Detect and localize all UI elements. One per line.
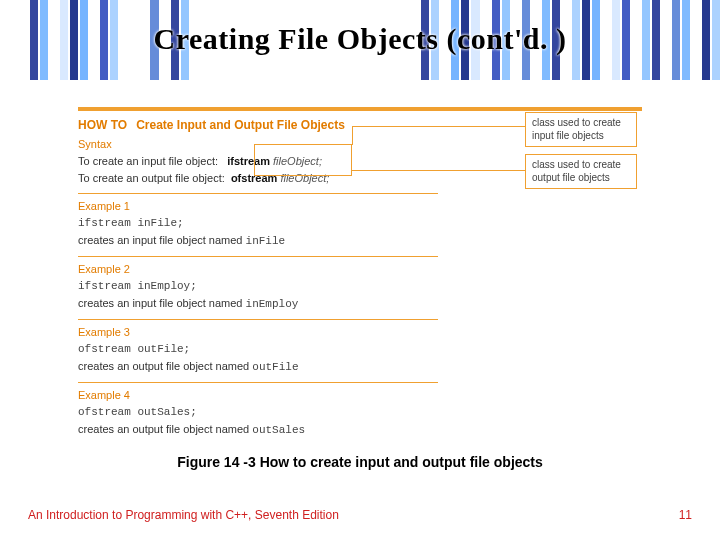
syntax-out-prefix: To create an output file object:	[78, 172, 225, 184]
example-description: creates an output file object named outS…	[78, 421, 642, 439]
example-desc-text: creates an output file object named	[78, 360, 252, 372]
keyword-highlight-box	[254, 144, 352, 176]
example-desc-text: creates an output file object named	[78, 423, 252, 435]
example-desc-object: outFile	[252, 361, 298, 373]
example-divider	[78, 319, 438, 320]
example-divider	[78, 256, 438, 257]
page-title: Creating File Objects (cont'd. )	[0, 22, 720, 56]
example-label: Example 1	[78, 198, 642, 215]
footer-page-number: 11	[679, 508, 692, 522]
leader-input-h	[352, 126, 525, 127]
howto-label: HOW TO	[78, 118, 127, 132]
example-code: ofstream outFile;	[78, 341, 642, 358]
example-label: Example 2	[78, 261, 642, 278]
example-description: creates an input file object named inEmp…	[78, 295, 642, 313]
example-block: Example 2ifstream inEmploy;creates an in…	[78, 256, 642, 313]
howto-subject: Create Input and Output File Objects	[136, 118, 345, 132]
example-block: Example 1ifstream inFile;creates an inpu…	[78, 193, 642, 250]
example-desc-object: inEmploy	[246, 298, 299, 310]
example-description: creates an input file object named inFil…	[78, 232, 642, 250]
example-desc-text: creates an input file object named	[78, 234, 246, 246]
callout-input: class used to create input file objects	[525, 112, 637, 147]
example-block: Example 4ofstream outSales;creates an ou…	[78, 382, 642, 439]
example-code: ifstream inEmploy;	[78, 278, 642, 295]
example-label: Example 3	[78, 324, 642, 341]
figure-caption: Figure 14 -3 How to create input and out…	[0, 454, 720, 470]
example-desc-object: outSales	[252, 424, 305, 436]
example-description: creates an output file object named outF…	[78, 358, 642, 376]
figure-top-rule	[78, 107, 642, 111]
leader-output-h	[352, 170, 525, 171]
example-divider	[78, 193, 438, 194]
footer-book-title: An Introduction to Programming with C++,…	[28, 508, 339, 522]
leader-input-v	[352, 126, 353, 145]
examples-list: Example 1ifstream inFile;creates an inpu…	[78, 193, 642, 440]
example-divider	[78, 382, 438, 383]
callout-output: class used to create output file objects	[525, 154, 637, 189]
example-block: Example 3ofstream outFile;creates an out…	[78, 319, 642, 376]
example-code: ofstream outSales;	[78, 404, 642, 421]
example-code: ifstream inFile;	[78, 215, 642, 232]
example-desc-text: creates an input file object named	[78, 297, 246, 309]
example-desc-object: inFile	[246, 235, 286, 247]
syntax-in-prefix: To create an input file object:	[78, 155, 218, 167]
example-label: Example 4	[78, 387, 642, 404]
